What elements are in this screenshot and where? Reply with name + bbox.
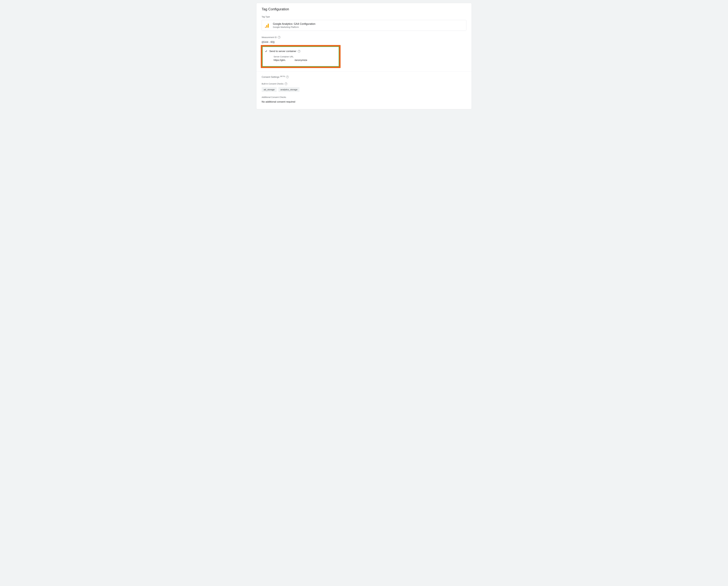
checkmark-icon: ✓ bbox=[265, 50, 267, 53]
tag-type-text: Google Analytics: GA4 Configuration Goog… bbox=[273, 22, 315, 28]
builtin-consent-label: Built-In Consent Checks ? bbox=[262, 82, 466, 85]
card-title: Tag Configuration bbox=[262, 7, 466, 11]
help-icon[interactable]: ? bbox=[285, 82, 287, 85]
consent-chip: ad_storage bbox=[262, 87, 277, 92]
measurement-id-label: Measurement ID ? bbox=[262, 36, 466, 39]
consent-chip: analytics_storage bbox=[278, 87, 300, 92]
tag-type-selector[interactable]: Google Analytics: GA4 Configuration Goog… bbox=[262, 20, 466, 31]
tag-type-title: Google Analytics: GA4 Configuration bbox=[273, 22, 315, 25]
help-icon[interactable]: ? bbox=[298, 50, 301, 53]
help-icon[interactable]: ? bbox=[286, 76, 289, 78]
server-container-url-label: Server Container URL bbox=[274, 55, 336, 58]
send-to-server-checkbox[interactable]: ✓ Send to server container ? bbox=[265, 50, 336, 53]
tag-type-subtitle: Google Marketing Platform bbox=[273, 26, 315, 28]
google-analytics-icon bbox=[265, 23, 269, 28]
measurement-id-value: {{GA4 - ID}} bbox=[262, 41, 466, 44]
additional-consent-label: Additional Consent Checks bbox=[262, 96, 466, 98]
server-container-highlight: ✓ Send to server container ? Server Cont… bbox=[261, 45, 341, 68]
server-container-url-field: Server Container URL https://gtm./anonym… bbox=[274, 55, 336, 62]
server-container-url-value: https://gtm./anonymize bbox=[274, 59, 336, 62]
help-icon[interactable]: ? bbox=[278, 36, 280, 39]
consent-settings-title: Consent Settings (BETA) ? bbox=[262, 75, 466, 78]
additional-consent-value: No additional consent required bbox=[262, 100, 466, 103]
send-to-server-label: Send to server container bbox=[269, 50, 296, 53]
tag-configuration-card: Tag Configuration Tag Type Google Analyt… bbox=[256, 3, 472, 109]
tag-type-label: Tag Type bbox=[262, 16, 466, 18]
builtin-consent-chips: ad_storage analytics_storage bbox=[262, 87, 466, 92]
